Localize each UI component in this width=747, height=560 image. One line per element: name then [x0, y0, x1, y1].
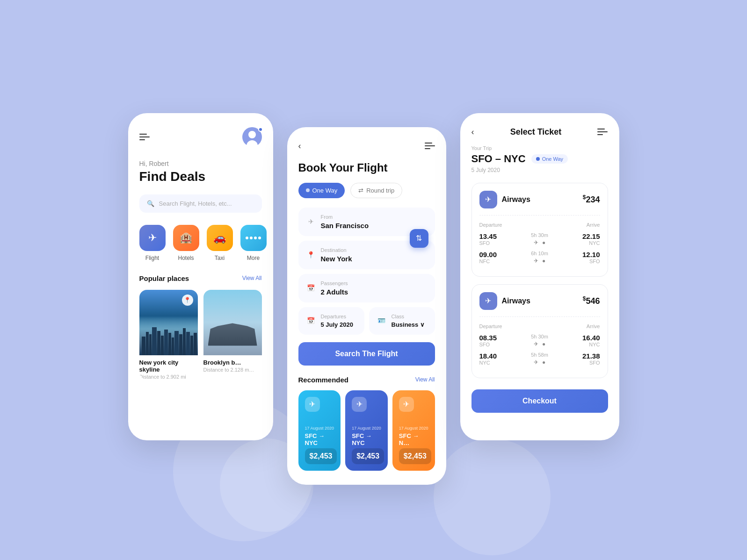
- tab-round-trip[interactable]: ⇄ Round trip: [350, 183, 402, 198]
- phone2-back-button[interactable]: ‹: [298, 141, 301, 151]
- dep-code-1-1: NYC: [479, 360, 497, 366]
- svg-rect-3: [152, 327, 157, 355]
- recommended-cards: ✈ 17 August 2020 SFC → NYC $2,453 ✈ 17 A…: [298, 390, 435, 471]
- more-icon-bg: [240, 225, 267, 251]
- rec-price-0: $2,453: [305, 448, 337, 464]
- hotels-icon-bg: 🏨: [173, 225, 199, 251]
- passengers-input[interactable]: 📅 Passengers 2 Adults: [298, 274, 435, 302]
- p3-menu-line-1: [597, 129, 605, 129]
- passengers-value: 2 Adults: [321, 288, 348, 296]
- airline-card-0[interactable]: ✈ Airways $234 Departure Arrive 13.45 SF…: [471, 183, 608, 277]
- airline-header-0: ✈ Airways $234: [479, 191, 600, 215]
- category-taxi[interactable]: 🚗 Taxi: [207, 225, 233, 261]
- checkout-button[interactable]: Checkout: [471, 389, 608, 413]
- location-pin-icon: 📍: [306, 250, 316, 260]
- rec-date-0: 17 August 2020: [305, 426, 334, 431]
- place-card-nyc[interactable]: 📍 New york city skyline Distance to 2.90…: [139, 290, 198, 380]
- rec-card-0[interactable]: ✈ 17 August 2020 SFC → NYC $2,453: [298, 390, 341, 471]
- airline-icon-1: ✈: [479, 292, 497, 310]
- class-icon: 🪪: [377, 316, 387, 326]
- select-ticket-title: Select Ticket: [510, 127, 562, 137]
- avatar[interactable]: [242, 127, 262, 147]
- location-dot-icon-2: ●: [542, 341, 545, 347]
- dep-time-1-1: 18.40: [479, 352, 497, 360]
- departures-class-row: 📅 Departures 5 July 2020 🪪 Class B: [298, 307, 435, 335]
- swap-button[interactable]: ⇅: [410, 229, 428, 248]
- svg-rect-7: [168, 333, 171, 355]
- plane-depart-icon-1: ✈: [534, 258, 538, 264]
- airline-price-1: $546: [583, 295, 600, 306]
- phone2-menu-icon[interactable]: [425, 143, 435, 149]
- brooklyn-distance: Distance to 2.128 m…: [203, 367, 262, 373]
- plane-up-icon: ✈: [306, 216, 316, 227]
- place-card-brooklyn[interactable]: Brooklyn b… Distance to 2.128 m…: [203, 290, 262, 380]
- flight-row-0-1: 09.00 NFC 6h 10m ✈ ● 12.10 SFO: [479, 251, 600, 264]
- brooklyn-name: Brooklyn b…: [203, 359, 262, 366]
- tab-one-way[interactable]: One Way: [298, 183, 345, 198]
- dep-time-1-0: 08.35: [479, 334, 497, 342]
- menu-icon[interactable]: [139, 134, 150, 140]
- nyc-distance: Distance to 2.902 mi: [139, 374, 198, 380]
- category-more[interactable]: More: [240, 225, 267, 261]
- duration-0-0: 5h 30m: [531, 232, 548, 238]
- category-grid: ✈ Flight 🏨 Hotels 🚗 Taxi: [139, 225, 262, 261]
- airline-card-1[interactable]: ✈ Airways $546 Departure Arrive 08.35 SF…: [471, 284, 608, 378]
- search-placeholder: Search Flight, Hotels, etc...: [159, 200, 232, 207]
- dep-col-1-0: 08.35 SFO: [479, 334, 497, 347]
- one-way-dot: [306, 188, 310, 192]
- dep-time-0-1: 09.00: [479, 251, 497, 258]
- airline-price-0: $234: [583, 194, 600, 205]
- dep-code-0-0: SFO: [479, 240, 497, 246]
- departures-input[interactable]: 📅 Departures 5 July 2020: [298, 307, 364, 335]
- airline-name-1: Airways: [502, 297, 530, 305]
- category-flight[interactable]: ✈ Flight: [139, 225, 166, 261]
- rec-price-1: $2,453: [352, 448, 384, 464]
- trip-route-row: SFO – NYC One Way: [471, 153, 608, 165]
- badge-text: One Way: [542, 156, 563, 162]
- rec-route-0: SFC → NYC: [305, 432, 334, 446]
- rec-plane-icon-0: ✈: [305, 397, 320, 412]
- phone1-header: [139, 127, 262, 147]
- one-way-label: One Way: [312, 187, 338, 194]
- phone3-back-button[interactable]: ‹: [471, 127, 474, 137]
- svg-rect-10: [179, 334, 182, 355]
- p2-menu-line-3: [425, 148, 430, 149]
- phone-book-flight: ‹ Book Your Flight One Way ⇄ Round trip: [287, 127, 446, 485]
- flight-label: Flight: [145, 255, 159, 261]
- p2-menu-line-2: [425, 145, 435, 146]
- dep-time-0-0: 13.45: [479, 232, 497, 240]
- rec-card-1[interactable]: ✈ 17 August 2020 SFC → NYC $2,453: [345, 390, 388, 471]
- round-trip-icon: ⇄: [358, 187, 363, 194]
- search-bar[interactable]: 🔍 Search Flight, Hotels, etc...: [139, 194, 262, 213]
- location-dot-icon-3: ●: [542, 359, 545, 366]
- rec-route-1: SFC → NYC: [352, 432, 381, 446]
- phone3-menu-icon[interactable]: [597, 129, 608, 135]
- airline-name-0: Airways: [502, 195, 530, 204]
- phone-select-ticket: ‹ Select Ticket Your Trip SFO – NYC One …: [460, 113, 619, 440]
- phone-find-deals: Hi, Robert Find Deals 🔍 Search Flight, H…: [128, 113, 273, 440]
- trip-route: SFO – NYC: [471, 153, 526, 165]
- your-trip-label: Your Trip: [471, 145, 608, 151]
- flight-row-1-1: 18.40 NYC 5h 58m ✈ ● 21.38 SFO: [479, 352, 600, 366]
- search-flight-button[interactable]: Search The Flight: [298, 342, 435, 366]
- p3-menu-line-2: [597, 131, 608, 132]
- bridge-element: [208, 318, 257, 346]
- plane-depart-icon: ✈: [534, 239, 538, 246]
- departures-value: 5 July 2020: [321, 321, 353, 328]
- arr-code-1-0: NYC: [582, 342, 600, 347]
- recommended-view-all[interactable]: View All: [415, 376, 435, 383]
- rec-price-2: $2,453: [399, 448, 431, 464]
- popular-view-all[interactable]: View All: [242, 275, 262, 281]
- svg-rect-11: [183, 328, 186, 355]
- location-dot-icon: ●: [542, 239, 545, 246]
- svg-rect-9: [174, 331, 179, 355]
- arr-col-0-1: 12.10 SFO: [582, 251, 600, 264]
- brooklyn-image: [203, 290, 262, 355]
- flight-icon-bg: ✈: [139, 225, 166, 251]
- from-to-wrapper: ✈ From San Francisco 📍 Destination New Y…: [298, 208, 435, 269]
- svg-rect-13: [190, 336, 193, 355]
- class-input[interactable]: 🪪 Class Business ∨: [369, 307, 435, 335]
- rec-card-2[interactable]: ✈ 17 August 2020 SFC → N… $2,453: [392, 390, 435, 471]
- category-hotels[interactable]: 🏨 Hotels: [173, 225, 199, 261]
- greeting-text: Hi, Robert: [139, 160, 262, 167]
